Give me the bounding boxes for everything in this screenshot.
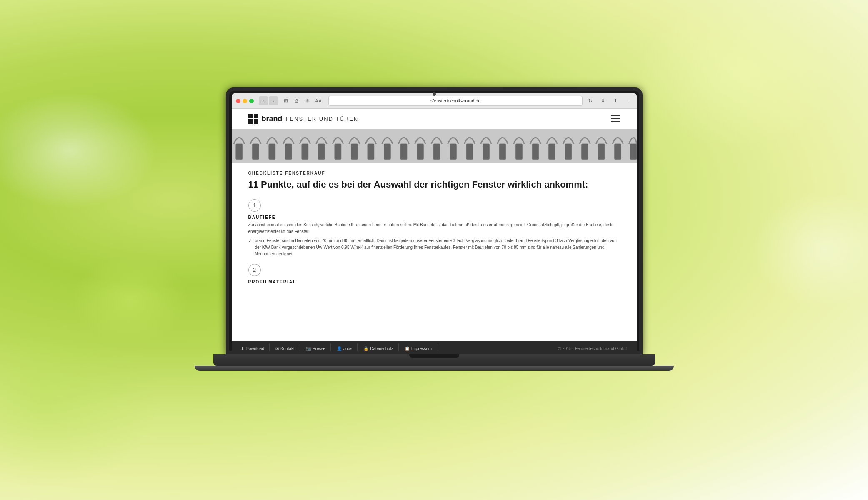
- brand-name: brand: [262, 115, 283, 123]
- brand-cell: [248, 114, 253, 118]
- footer-datenschutz-link[interactable]: 🔒 Datenschutz: [358, 344, 399, 351]
- svg-rect-19: [532, 144, 539, 160]
- footer-kontakt-link[interactable]: ✉ Kontakt: [270, 344, 300, 351]
- new-tab-icon[interactable]: ＋: [623, 96, 633, 105]
- svg-rect-8: [351, 144, 358, 160]
- jobs-icon: 👤: [337, 346, 342, 351]
- coil-svg: [232, 129, 637, 162]
- forward-button[interactable]: ›: [269, 96, 278, 105]
- svg-rect-10: [384, 144, 390, 160]
- brand-cell: [248, 119, 253, 124]
- laptop-device: ‹ › ⊞ 🖨 ⊕ A A ⌂ fenstertechnik-brand.de …: [215, 88, 653, 412]
- svg-rect-25: [630, 144, 637, 160]
- reload-icon[interactable]: ↻: [586, 96, 595, 105]
- datenschutz-icon: 🔒: [363, 346, 368, 351]
- svg-rect-18: [515, 144, 522, 160]
- svg-rect-15: [466, 144, 473, 160]
- footer-jobs-link[interactable]: 👤 Jobs: [332, 344, 358, 351]
- footer-download-link[interactable]: ⬇ Download: [236, 344, 270, 351]
- svg-rect-1: [235, 144, 242, 160]
- traffic-lights: [236, 99, 254, 103]
- font-size-controls[interactable]: A A: [315, 99, 322, 103]
- svg-rect-16: [483, 144, 489, 160]
- footer-presse-link[interactable]: 📷 Presse: [301, 344, 331, 351]
- svg-rect-12: [417, 144, 423, 160]
- contact-icon: ✉: [275, 346, 279, 351]
- brand-subtitle: FENSTER UND TÜREN: [286, 116, 359, 122]
- site-header: brand FENSTER UND TÜREN: [232, 109, 637, 129]
- hamburger-line: [611, 115, 620, 116]
- back-button[interactable]: ‹: [259, 96, 268, 105]
- section-number-1: 1: [248, 199, 261, 212]
- home-icon: ⌂: [430, 98, 433, 103]
- svg-rect-13: [433, 144, 440, 160]
- svg-rect-20: [548, 144, 555, 160]
- section-highlight-bautiefe: brand Fenster sind in Bautiefen von 70 m…: [248, 238, 620, 258]
- main-content: CHECKLISTE FENSTERKAUF 11 Punkte, auf di…: [232, 162, 637, 341]
- svg-rect-14: [450, 144, 456, 160]
- svg-rect-3: [268, 144, 275, 160]
- checklist-title: 11 Punkte, auf die es bei der Auswahl de…: [248, 179, 620, 191]
- section-item-1: 1 BAUTIEFE Zunächst einmal entscheiden S…: [248, 199, 620, 258]
- svg-rect-23: [598, 144, 605, 160]
- hamburger-line: [611, 121, 620, 122]
- website-content: brand FENSTER UND TÜREN: [232, 109, 637, 351]
- brand-cell: [254, 114, 258, 118]
- address-bar[interactable]: ⌂ fenstertechnik-brand.de: [328, 96, 583, 106]
- laptop-lid: ‹ › ⊞ 🖨 ⊕ A A ⌂ fenstertechnik-brand.de …: [226, 88, 643, 354]
- nav-buttons: ‹ ›: [259, 96, 278, 105]
- download-icon: ⬇: [241, 346, 244, 351]
- svg-rect-6: [318, 144, 325, 160]
- checklist-label: CHECKLISTE FENSTERKAUF: [248, 171, 620, 175]
- hamburger-menu-button[interactable]: [611, 115, 620, 122]
- minimize-button[interactable]: [243, 99, 247, 103]
- section-item-2: 2 PROFILMATERIAL: [248, 264, 620, 284]
- svg-rect-11: [400, 144, 407, 160]
- laptop-bottom-edge: [195, 366, 674, 371]
- footer-download-label: Download: [246, 346, 264, 351]
- zoom-icon[interactable]: ⊕: [303, 96, 312, 105]
- presse-icon: 📷: [306, 346, 311, 351]
- svg-rect-5: [301, 144, 308, 160]
- svg-rect-9: [367, 144, 374, 160]
- svg-rect-2: [252, 144, 259, 160]
- print-icon[interactable]: 🖨: [292, 96, 301, 105]
- footer-impressum-label: Impressum: [411, 346, 432, 351]
- section-number-2: 2: [248, 264, 261, 276]
- screen-bezel: ‹ › ⊞ 🖨 ⊕ A A ⌂ fenstertechnik-brand.de …: [229, 91, 639, 351]
- section-heading-bautiefe: BAUTIEFE: [248, 215, 620, 220]
- svg-rect-21: [565, 144, 572, 160]
- share-icon[interactable]: ⬆: [611, 96, 620, 105]
- footer-kontakt-label: Kontakt: [280, 346, 295, 351]
- brand-logo: brand FENSTER UND TÜREN: [248, 114, 359, 124]
- svg-rect-7: [334, 144, 341, 160]
- svg-rect-17: [499, 144, 506, 160]
- hamburger-line: [611, 118, 620, 119]
- brand-grid-icon: [248, 114, 258, 124]
- section-heading-profilmaterial: PROFILMATERIAL: [248, 280, 620, 284]
- download-manager-icon[interactable]: ⬇: [598, 96, 608, 105]
- maximize-button[interactable]: [249, 99, 254, 103]
- section-text-bautiefe-1: Zunächst einmal entscheiden Sie sich, we…: [248, 222, 620, 235]
- footer-impressum-link[interactable]: 📋 Impressum: [400, 344, 437, 351]
- footer-datenschutz-label: Datenschutz: [370, 346, 393, 351]
- footer-copyright: © 2018 · Fenstertechnik brand GmbH: [553, 344, 632, 351]
- url-display[interactable]: fenstertechnik-brand.de: [433, 98, 481, 103]
- toolbar-icons: ⊞ 🖨 ⊕: [281, 96, 312, 105]
- brand-cell: [254, 119, 258, 124]
- footer-bar: ⬇ Download ✉ Kontakt 📷 Presse 👤: [232, 341, 637, 351]
- laptop-base: [213, 354, 655, 366]
- footer-presse-label: Presse: [313, 346, 325, 351]
- impressum-icon: 📋: [405, 346, 410, 351]
- close-button[interactable]: [236, 99, 240, 103]
- svg-rect-4: [285, 144, 292, 160]
- footer-jobs-label: Jobs: [343, 346, 352, 351]
- svg-rect-22: [581, 144, 588, 160]
- browser-window: ‹ › ⊞ 🖨 ⊕ A A ⌂ fenstertechnik-brand.de …: [232, 93, 637, 351]
- svg-rect-24: [614, 144, 621, 160]
- coil-image: [232, 129, 637, 162]
- reader-view-icon[interactable]: ⊞: [281, 96, 290, 105]
- browser-toolbar: ‹ › ⊞ 🖨 ⊕ A A ⌂ fenstertechnik-brand.de …: [232, 93, 637, 109]
